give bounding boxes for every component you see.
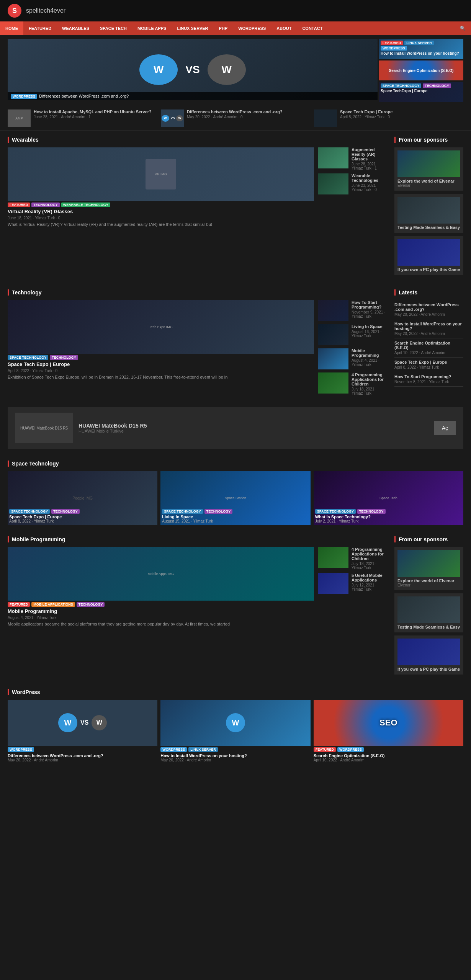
technology-featured-title: Space Tech Expo | Europe <box>8 361 314 367</box>
list-item[interactable]: Wearable Technologies June 23, 2021 Yilm… <box>318 173 387 194</box>
nav-home[interactable]: HOME <box>0 21 23 35</box>
wearables-featured-title: Virtual Reality (VR) Glasses <box>8 209 314 214</box>
ad-sub: HUAWEI Mobile Türkiye <box>78 429 147 433</box>
list-item[interactable]: Mobile Programming August 4, 2021 · Yilm… <box>318 348 387 369</box>
sponsor-item-0[interactable]: Explore the world of Elvenar Elvenar <box>394 147 463 191</box>
nav-mobile-apps[interactable]: MOBILE APPS <box>132 21 172 35</box>
wearables-list-thumb-1 <box>318 173 348 194</box>
search-icon[interactable]: 🔍 <box>455 23 471 34</box>
mobile-featured[interactable]: Mobile Apps IMG FEATURED MOBILE APPLICAT… <box>8 547 314 627</box>
space-tech-item-2[interactable]: Space Tech SPACE TECHNOLOGY TECHNOLOGY W… <box>314 471 463 525</box>
hero-section: W VS W WORDPRESS Differences between Wor… <box>0 35 471 106</box>
wp-item-0[interactable]: W VS W WORDPRESS Differences between Wor… <box>8 700 157 762</box>
recent-meta-0: June 28, 2021 · André Amorim · 1 <box>34 115 157 119</box>
site-logo[interactable]: S <box>8 4 21 18</box>
nav-contact[interactable]: CONTACT <box>297 21 328 35</box>
recent-title-1: Differences between WordPress .com and .… <box>187 109 310 114</box>
list-item[interactable]: 4 Programming Applications for Children … <box>318 547 387 570</box>
hero-main-caption: Differences between WordPress .com and .… <box>39 94 129 98</box>
hero-side-item-3[interactable]: SPACE TECHNOLOGY TECHNOLOGY Space TechEx… <box>379 82 463 102</box>
recent-thumb-2 <box>314 109 337 127</box>
wordpress-section-title: WordPress <box>8 689 463 695</box>
wearables-list-title-0: Augmented Reality (AR) Glasses <box>352 147 387 161</box>
hero-side-item-2[interactable]: Search Engine Optimization (S.E.O) <box>379 60 463 80</box>
wearables-featured[interactable]: VR IMG FEATURED TECHNOLOGY WEARABLE TECH… <box>8 147 314 227</box>
recent-title-0: How to install Apache, MySQL and PHP on … <box>34 109 157 114</box>
wearables-list-thumb-0 <box>318 147 348 168</box>
site-header: S spelltech4ever <box>0 0 471 21</box>
wearables-list-title-1: Wearable Technologies <box>352 173 387 183</box>
list-item[interactable]: How To Start Programming? November 9, 20… <box>318 300 387 321</box>
nav-space-tech[interactable]: SPACE TECH <box>95 21 132 35</box>
space-tech-item-0[interactable]: People IMG SPACE TECHNOLOGY TECHNOLOGY S… <box>8 471 157 525</box>
wearables-featured-excerpt: What is 'Virtual Reality (VR)'? Virtual … <box>8 222 314 227</box>
sponsors-sidebar: From our sponsors Explore the world of E… <box>394 137 463 278</box>
recent-thumb-1: W VS W <box>161 109 184 127</box>
recent-item-1: W VS W Differences between WordPress .co… <box>161 109 310 127</box>
nav-featured[interactable]: FEATURED <box>23 21 57 35</box>
ad-text: HUAWEI MateBook D15 R5 HUAWEI Mobile Tür… <box>78 423 147 433</box>
recent-meta-2: April 8, 2022 · Yilmaz Turk · 0 <box>340 115 463 119</box>
wp-item-1[interactable]: W WORDPRESS LINUX SERVER How to Install … <box>160 700 310 762</box>
sponsors2-sidebar: From our sponsors Explore the world of E… <box>394 536 463 678</box>
ad-title: HUAWEI MateBook D15 R5 <box>78 423 147 429</box>
sponsor-item-2[interactable]: If you own a PC play this Game <box>394 236 463 275</box>
space-tech-item-1[interactable]: Space Station SPACE TECHNOLOGY TECHNOLOG… <box>160 471 310 525</box>
list-item[interactable]: 5 Useful Mobile Applications July 12, 20… <box>318 573 387 594</box>
wp-item-2[interactable]: SEO FEATURED WORDPRESS Search Engine Opt… <box>314 700 463 762</box>
recent-item-2: Space Tech Expo | Europe April 8, 2022 ·… <box>314 109 463 127</box>
ad-button[interactable]: Aç <box>434 421 456 435</box>
latests-sidebar: Latests Differences between WordPress .c… <box>394 289 463 395</box>
nav-php[interactable]: PHP <box>214 21 233 35</box>
nav-about[interactable]: ABOUT <box>271 21 297 35</box>
wordpress-grid: W VS W WORDPRESS Differences between Wor… <box>8 700 463 762</box>
space-tech-section-title: Space Technology <box>8 461 463 467</box>
technology-title: Technology <box>8 289 387 296</box>
latests-item-3[interactable]: Space Tech Expo | Europe April 8, 2022 ·… <box>394 358 463 372</box>
list-item[interactable]: 4 Programming Applications for Children … <box>318 372 387 395</box>
latests-title: Latests <box>394 289 463 296</box>
ad-device-image: HUAWEI MateBook D15 R5 <box>15 413 73 443</box>
sponsor2-item-1[interactable]: Testing Made Seamless & Easy <box>394 593 463 632</box>
recent-thumb-0: AMP <box>8 109 31 127</box>
hero-side-item-1[interactable]: FEATURED LINUX SERVER WORDPRESS How to I… <box>379 39 463 59</box>
nav-wearables[interactable]: WEARABLES <box>57 21 95 35</box>
sponsors-title: From our sponsors <box>394 137 463 143</box>
recent-title-2: Space Tech Expo | Europe <box>340 109 463 114</box>
mobile-title: Mobile Programming <box>8 536 387 542</box>
technology-list: How To Start Programming? November 9, 20… <box>318 300 387 395</box>
main-nav: HOME FEATURED WEARABLES SPACE TECH MOBIL… <box>0 21 471 35</box>
wordpress-section: WordPress W VS W WORDPRESS Differences b… <box>0 683 471 768</box>
space-tech-grid: People IMG SPACE TECHNOLOGY TECHNOLOGY S… <box>8 471 463 525</box>
latests-item-4[interactable]: How To Start Programming? November 8, 20… <box>394 372 463 387</box>
wearables-section: Wearables VR IMG FEATURED TECHNOLOGY WEA… <box>0 131 471 284</box>
nav-linux-server[interactable]: LINUX SERVER <box>172 21 213 35</box>
technology-featured[interactable]: Tech Expo IMG SPACE TECHNOLOGY TECHNOLOG… <box>8 300 314 380</box>
sponsor2-item-0[interactable]: Explore the world of Elvenar Elvenar <box>394 547 463 590</box>
list-item[interactable]: Living In Space August 16, 2021 · Yilmaz… <box>318 324 387 345</box>
nav-wordpress[interactable]: WORDPRESS <box>233 21 271 35</box>
wearables-title: Wearables <box>8 137 387 143</box>
space-technology-section: Space Technology People IMG SPACE TECHNO… <box>0 455 471 531</box>
recent-meta-1: May 20, 2022 · André Amorim · 0 <box>187 115 310 119</box>
technology-section: Technology Tech Expo IMG SPACE TECHNOLOG… <box>0 284 471 401</box>
mobile-programming-section: Mobile Programming Mobile Apps IMG FEATU… <box>0 531 471 683</box>
ad-banner: HUAWEI MateBook D15 R5 HUAWEI MateBook D… <box>8 407 463 449</box>
site-title: spelltech4ever <box>26 7 65 14</box>
sponsor-item-1[interactable]: Testing Made Seamless & Easy <box>394 194 463 233</box>
recent-bar: AMP How to install Apache, MySQL and PHP… <box>0 106 471 131</box>
latests-item-2[interactable]: Search Engine Optimization (S.E.O) April… <box>394 338 463 358</box>
sponsor2-item-2[interactable]: If you own a PC play this Game <box>394 635 463 675</box>
hero-side: FEATURED LINUX SERVER WORDPRESS How to I… <box>379 39 463 102</box>
latests-item-0[interactable]: Differences between WordPress .com and .… <box>394 300 463 319</box>
latests-item-1[interactable]: How to Install WordPress on your hosting… <box>394 319 463 338</box>
mobile-list: 4 Programming Applications for Children … <box>318 547 387 594</box>
mobile-featured-title: Mobile Programming <box>8 608 314 614</box>
list-item[interactable]: Augmented Reality (AR) Glasses June 28, … <box>318 147 387 170</box>
mobile-featured-excerpt: Mobile applications became the social pl… <box>8 621 314 627</box>
hero-main-badge: WORDPRESS <box>11 94 37 99</box>
recent-item-0: AMP How to install Apache, MySQL and PHP… <box>8 109 157 127</box>
sponsors2-title: From our sponsors <box>394 536 463 542</box>
wearables-list: Augmented Reality (AR) Glasses June 28, … <box>318 147 387 194</box>
hero-main[interactable]: W VS W WORDPRESS Differences between Wor… <box>8 39 378 100</box>
